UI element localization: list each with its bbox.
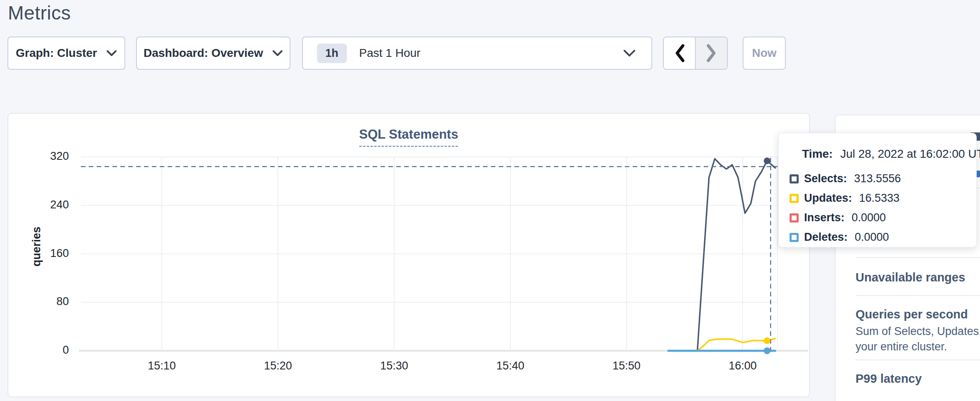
graph-dropdown[interactable]: Graph: Cluster [7,37,125,70]
chevron-right-icon [706,44,717,63]
chart-card [7,113,810,397]
graph-dropdown-label: Graph: Cluster [16,46,97,60]
now-button[interactable]: Now [743,37,786,70]
x-tick-label: 15:40 [481,359,539,372]
dashboard-dropdown-label: Dashboard: Overview [144,46,263,60]
tooltip-series-row: Inserts:0.0000 [790,208,976,227]
tooltip-series-row: Deletes:0.0000 [790,227,976,247]
sidebar-section-heading: Queries per second [856,308,980,321]
time-pager [663,37,728,70]
time-range-dropdown[interactable]: 1h Past 1 Hour [302,37,652,70]
x-tick-label: 15:30 [365,359,423,372]
tooltip-series-rows: Selects:313.5556Updates:16.5333Inserts:0… [790,169,976,247]
sidebar-divider [856,295,980,296]
sidebar-description-line: Sum of Selects, Updates, Inser [856,324,980,339]
hover-tooltip: Time:Jul 28, 2022 at 16:02:00 UTC Select… [778,133,977,247]
sidebar-description-line: your entire cluster. [856,339,980,355]
sidebar-section-heading: P99 latency [856,372,980,386]
tooltip-series-value: 0.0000 [852,211,886,224]
metrics-page: Metrics Graph: Cluster Dashboard: Overvi… [0,0,980,401]
tooltip-time-value: Jul 28, 2022 at 16:02:00 UTC [840,147,980,160]
series-swatch-icon [790,213,799,223]
series-swatch-icon [790,233,799,242]
y-tick-label: 240 [32,198,69,211]
series-swatch-icon [790,194,799,203]
next-time-button[interactable] [695,37,727,69]
sidebar-divider [856,359,980,360]
tooltip-series-value: 313.5556 [854,172,901,185]
series-swatch-icon [790,174,799,183]
page-title: Metrics [8,2,71,24]
prev-time-button[interactable] [664,37,695,69]
tooltip-series-label: Deletes: [804,231,848,244]
dashboard-dropdown[interactable]: Dashboard: Overview [136,37,290,70]
time-range-badge: 1h [317,44,347,63]
x-tick-label: 16:00 [714,359,772,372]
y-tick-label: 80 [32,295,69,308]
tooltip-series-value: 16.5333 [859,192,900,205]
tooltip-series-label: Selects: [804,172,847,185]
y-tick-label: 160 [32,247,69,260]
chart-title-wrap: SQL Statements [7,127,810,147]
chart-title[interactable]: SQL Statements [359,127,458,147]
chevron-left-icon [674,44,685,63]
tooltip-series-row: Selects:313.5556 [790,169,976,188]
x-tick-label: 15:10 [133,359,191,372]
chevron-down-icon [106,50,117,56]
tooltip-series-value: 0.0000 [855,231,889,244]
x-tick-label: 15:20 [249,359,307,372]
time-range-label: Past 1 Hour [359,46,421,60]
chevron-down-icon [623,49,636,57]
sidebar-section-description: Sum of Selects, Updates, Inseryour entir… [856,324,980,355]
tooltip-series-label: Inserts: [804,211,845,224]
sidebar-divider [856,257,980,258]
tooltip-series-row: Updates:16.5333 [790,188,976,208]
tooltip-time-label: Time: [802,147,833,160]
sidebar-sections: Unavailable rangesQueries per secondSum … [856,257,980,386]
y-tick-label: 0 [32,344,69,357]
chevron-down-icon [272,50,283,56]
y-tick-label: 320 [32,150,69,163]
tooltip-series-label: Updates: [804,192,852,205]
sidebar-section-heading: Unavailable ranges [856,271,980,284]
tooltip-time-row: Time:Jul 28, 2022 at 16:02:00 UTC [802,147,976,161]
x-tick-label: 15:50 [597,359,656,372]
